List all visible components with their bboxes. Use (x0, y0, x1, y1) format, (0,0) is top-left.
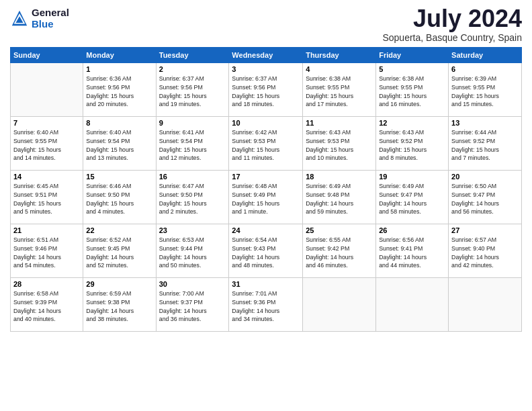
day-number: 5 (379, 65, 445, 73)
table-row: 6Sunrise: 6:39 AMSunset: 9:55 PMDaylight… (449, 63, 522, 117)
logo-icon (10, 9, 29, 28)
calendar-header-row: Sunday Monday Tuesday Wednesday Thursday… (11, 48, 522, 63)
col-saturday: Saturday (449, 48, 522, 63)
day-number: 29 (86, 280, 152, 288)
col-monday: Monday (83, 48, 156, 63)
table-row: 27Sunrise: 6:57 AMSunset: 9:40 PMDayligh… (449, 224, 522, 278)
day-number: 31 (232, 280, 300, 288)
table-row: 12Sunrise: 6:43 AMSunset: 9:52 PMDayligh… (376, 117, 449, 171)
calendar-week-3: 14Sunrise: 6:45 AMSunset: 9:51 PMDayligh… (11, 171, 522, 224)
day-number: 18 (306, 173, 373, 181)
day-number: 26 (379, 226, 445, 234)
day-info: Sunrise: 6:45 AMSunset: 9:51 PMDaylight:… (13, 182, 80, 216)
day-number: 21 (13, 226, 80, 234)
table-row: 20Sunrise: 6:50 AMSunset: 9:47 PMDayligh… (449, 171, 522, 224)
day-number: 16 (159, 173, 226, 181)
day-info: Sunrise: 6:51 AMSunset: 9:46 PMDaylight:… (13, 236, 80, 270)
table-row: 4Sunrise: 6:38 AMSunset: 9:55 PMDaylight… (303, 63, 376, 117)
day-number: 1 (86, 65, 152, 73)
calendar-week-1: 1Sunrise: 6:36 AMSunset: 9:56 PMDaylight… (11, 63, 522, 117)
day-info: Sunrise: 7:01 AMSunset: 9:36 PMDaylight:… (232, 289, 300, 324)
table-row: 14Sunrise: 6:45 AMSunset: 9:51 PMDayligh… (11, 171, 83, 224)
day-number: 19 (379, 173, 445, 181)
day-number: 28 (13, 280, 80, 288)
table-row (11, 63, 83, 117)
table-row: 18Sunrise: 6:49 AMSunset: 9:48 PMDayligh… (303, 171, 376, 224)
day-info: Sunrise: 6:59 AMSunset: 9:38 PMDaylight:… (86, 289, 152, 324)
day-info: Sunrise: 6:58 AMSunset: 9:39 PMDaylight:… (13, 289, 80, 324)
table-row: 9Sunrise: 6:41 AMSunset: 9:54 PMDaylight… (156, 117, 229, 171)
day-info: Sunrise: 6:40 AMSunset: 9:55 PMDaylight:… (13, 128, 80, 163)
day-number: 15 (86, 173, 152, 181)
day-info: Sunrise: 6:43 AMSunset: 9:53 PMDaylight:… (306, 128, 373, 163)
table-row: 3Sunrise: 6:37 AMSunset: 9:56 PMDaylight… (229, 63, 303, 117)
table-row: 25Sunrise: 6:55 AMSunset: 9:42 PMDayligh… (303, 224, 376, 278)
day-info: Sunrise: 6:56 AMSunset: 9:41 PMDaylight:… (379, 236, 445, 270)
day-number: 11 (306, 119, 373, 127)
logo-text: General Blue (32, 7, 69, 30)
day-info: Sunrise: 6:38 AMSunset: 9:55 PMDaylight:… (306, 75, 373, 109)
table-row: 7Sunrise: 6:40 AMSunset: 9:55 PMDaylight… (11, 117, 83, 171)
day-info: Sunrise: 6:37 AMSunset: 9:56 PMDaylight:… (159, 75, 226, 109)
table-row: 16Sunrise: 6:47 AMSunset: 9:50 PMDayligh… (156, 171, 229, 224)
day-info: Sunrise: 6:50 AMSunset: 9:47 PMDaylight:… (451, 182, 519, 216)
day-number: 22 (86, 226, 152, 234)
day-number: 4 (306, 65, 373, 73)
day-info: Sunrise: 6:47 AMSunset: 9:50 PMDaylight:… (159, 182, 226, 216)
table-row: 15Sunrise: 6:46 AMSunset: 9:50 PMDayligh… (83, 171, 156, 224)
day-number: 27 (451, 226, 519, 234)
day-info: Sunrise: 6:46 AMSunset: 9:50 PMDaylight:… (86, 182, 152, 216)
day-number: 8 (86, 119, 152, 127)
day-number: 10 (232, 119, 300, 127)
page: General Blue July 2024 Sopuerta, Basque … (0, 0, 532, 411)
header: General Blue July 2024 Sopuerta, Basque … (10, 7, 522, 43)
table-row: 24Sunrise: 6:54 AMSunset: 9:43 PMDayligh… (229, 224, 303, 278)
day-info: Sunrise: 6:40 AMSunset: 9:54 PMDaylight:… (86, 128, 152, 163)
col-tuesday: Tuesday (156, 48, 229, 63)
calendar-week-2: 7Sunrise: 6:40 AMSunset: 9:55 PMDaylight… (11, 117, 522, 171)
table-row: 5Sunrise: 6:38 AMSunset: 9:55 PMDaylight… (376, 63, 449, 117)
day-info: Sunrise: 6:42 AMSunset: 9:53 PMDaylight:… (232, 128, 300, 163)
col-thursday: Thursday (303, 48, 376, 63)
day-info: Sunrise: 6:52 AMSunset: 9:45 PMDaylight:… (86, 236, 152, 270)
table-row: 22Sunrise: 6:52 AMSunset: 9:45 PMDayligh… (83, 224, 156, 278)
day-info: Sunrise: 6:43 AMSunset: 9:52 PMDaylight:… (379, 128, 445, 163)
day-info: Sunrise: 6:48 AMSunset: 9:49 PMDaylight:… (232, 182, 300, 216)
table-row: 8Sunrise: 6:40 AMSunset: 9:54 PMDaylight… (83, 117, 156, 171)
table-row: 21Sunrise: 6:51 AMSunset: 9:46 PMDayligh… (11, 224, 83, 278)
col-sunday: Sunday (11, 48, 83, 63)
day-number: 3 (232, 65, 300, 73)
day-info: Sunrise: 6:44 AMSunset: 9:52 PMDaylight:… (451, 128, 519, 163)
day-number: 12 (379, 119, 445, 127)
day-info: Sunrise: 6:38 AMSunset: 9:55 PMDaylight:… (379, 75, 445, 109)
calendar-week-4: 21Sunrise: 6:51 AMSunset: 9:46 PMDayligh… (11, 224, 522, 278)
table-row: 2Sunrise: 6:37 AMSunset: 9:56 PMDaylight… (156, 63, 229, 117)
day-number: 7 (13, 119, 80, 127)
day-number: 24 (232, 226, 300, 234)
col-wednesday: Wednesday (229, 48, 303, 63)
day-info: Sunrise: 7:00 AMSunset: 9:37 PMDaylight:… (159, 289, 226, 324)
table-row: 1Sunrise: 6:36 AMSunset: 9:56 PMDaylight… (83, 63, 156, 117)
table-row: 29Sunrise: 6:59 AMSunset: 9:38 PMDayligh… (83, 278, 156, 332)
day-number: 17 (232, 173, 300, 181)
day-number: 2 (159, 65, 226, 73)
day-info: Sunrise: 6:53 AMSunset: 9:44 PMDaylight:… (159, 236, 226, 270)
day-info: Sunrise: 6:55 AMSunset: 9:42 PMDaylight:… (306, 236, 373, 270)
day-number: 25 (306, 226, 373, 234)
table-row: 10Sunrise: 6:42 AMSunset: 9:53 PMDayligh… (229, 117, 303, 171)
day-info: Sunrise: 6:36 AMSunset: 9:56 PMDaylight:… (86, 75, 152, 109)
day-number: 9 (159, 119, 226, 127)
title-area: July 2024 Sopuerta, Basque Country, Spai… (382, 7, 522, 43)
calendar-week-5: 28Sunrise: 6:58 AMSunset: 9:39 PMDayligh… (11, 278, 522, 332)
col-friday: Friday (376, 48, 449, 63)
logo: General Blue (10, 7, 69, 30)
day-number: 13 (451, 119, 519, 127)
table-row: 26Sunrise: 6:56 AMSunset: 9:41 PMDayligh… (376, 224, 449, 278)
day-number: 20 (451, 173, 519, 181)
subtitle: Sopuerta, Basque Country, Spain (382, 32, 522, 43)
table-row: 19Sunrise: 6:49 AMSunset: 9:47 PMDayligh… (376, 171, 449, 224)
calendar-table: Sunday Monday Tuesday Wednesday Thursday… (10, 47, 522, 332)
table-row: 30Sunrise: 7:00 AMSunset: 9:37 PMDayligh… (156, 278, 229, 332)
month-title: July 2024 (382, 7, 522, 31)
table-row (303, 278, 376, 332)
